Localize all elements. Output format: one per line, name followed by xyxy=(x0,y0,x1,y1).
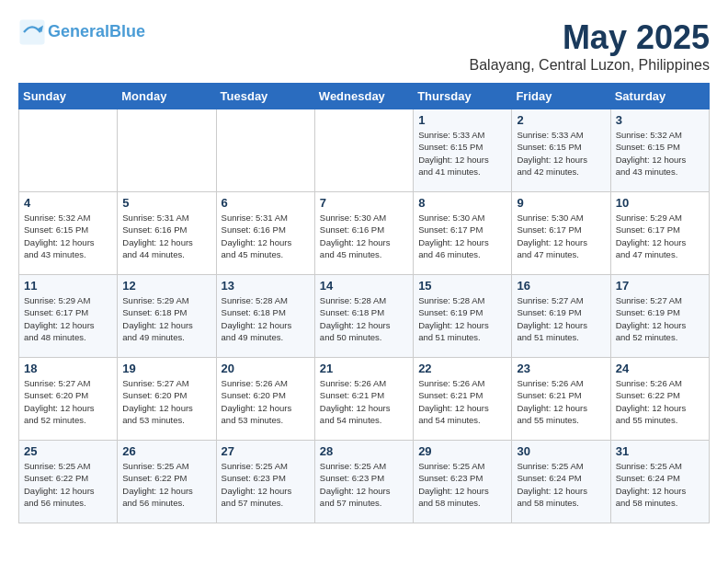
calendar-cell: 15Sunrise: 5:28 AM Sunset: 6:19 PM Dayli… xyxy=(414,275,512,358)
cell-info: Sunrise: 5:27 AM Sunset: 6:20 PM Dayligh… xyxy=(122,377,210,426)
calendar-cell: 12Sunrise: 5:29 AM Sunset: 6:18 PM Dayli… xyxy=(118,275,216,358)
cell-info: Sunrise: 5:25 AM Sunset: 6:23 PM Dayligh… xyxy=(222,460,310,509)
weekday-header: Sunday xyxy=(19,84,118,109)
weekday-header: Thursday xyxy=(414,84,512,109)
cell-info: Sunrise: 5:26 AM Sunset: 6:20 PM Dayligh… xyxy=(222,377,310,426)
calendar-cell xyxy=(314,109,413,192)
day-number: 8 xyxy=(418,196,506,210)
day-number: 27 xyxy=(222,444,310,458)
header: GeneralBlue May 2025 Balayang, Central L… xyxy=(18,18,710,74)
cell-info: Sunrise: 5:29 AM Sunset: 6:17 PM Dayligh… xyxy=(24,294,112,343)
calendar-cell: 5Sunrise: 5:31 AM Sunset: 6:16 PM Daylig… xyxy=(118,192,216,275)
cell-info: Sunrise: 5:29 AM Sunset: 6:17 PM Dayligh… xyxy=(616,212,704,260)
cell-info: Sunrise: 5:30 AM Sunset: 6:17 PM Dayligh… xyxy=(418,212,506,260)
cell-info: Sunrise: 5:25 AM Sunset: 6:23 PM Dayligh… xyxy=(418,460,506,509)
header-row: SundayMondayTuesdayWednesdayThursdayFrid… xyxy=(19,84,710,109)
cell-info: Sunrise: 5:27 AM Sunset: 6:20 PM Dayligh… xyxy=(24,377,112,426)
location-title: Balayang, Central Luzon, Philippines xyxy=(470,57,711,74)
calendar-cell: 11Sunrise: 5:29 AM Sunset: 6:17 PM Dayli… xyxy=(19,275,118,358)
calendar-cell: 19Sunrise: 5:27 AM Sunset: 6:20 PM Dayli… xyxy=(118,358,216,441)
calendar-cell: 4Sunrise: 5:32 AM Sunset: 6:15 PM Daylig… xyxy=(19,192,118,275)
calendar-cell: 17Sunrise: 5:27 AM Sunset: 6:19 PM Dayli… xyxy=(610,275,709,358)
calendar-cell: 3Sunrise: 5:32 AM Sunset: 6:15 PM Daylig… xyxy=(610,109,709,192)
calendar-cell: 28Sunrise: 5:25 AM Sunset: 6:23 PM Dayli… xyxy=(314,441,413,523)
cell-info: Sunrise: 5:32 AM Sunset: 6:15 PM Dayligh… xyxy=(616,129,704,178)
day-number: 9 xyxy=(517,196,605,210)
calendar-week-row: 1Sunrise: 5:33 AM Sunset: 6:15 PM Daylig… xyxy=(19,109,710,192)
cell-info: Sunrise: 5:26 AM Sunset: 6:22 PM Dayligh… xyxy=(616,377,704,426)
cell-info: Sunrise: 5:25 AM Sunset: 6:22 PM Dayligh… xyxy=(24,460,112,509)
day-number: 26 xyxy=(122,444,210,458)
calendar-cell: 21Sunrise: 5:26 AM Sunset: 6:21 PM Dayli… xyxy=(314,358,413,441)
weekday-header: Friday xyxy=(512,84,610,109)
title-area: May 2025 Balayang, Central Luzon, Philip… xyxy=(470,18,711,74)
day-number: 24 xyxy=(616,362,704,375)
logo-line1: General xyxy=(48,22,109,40)
weekday-header: Saturday xyxy=(610,84,709,109)
calendar-week-row: 4Sunrise: 5:32 AM Sunset: 6:15 PM Daylig… xyxy=(19,192,710,275)
calendar-table: SundayMondayTuesdayWednesdayThursdayFrid… xyxy=(18,83,710,523)
day-number: 14 xyxy=(320,279,408,293)
cell-info: Sunrise: 5:26 AM Sunset: 6:21 PM Dayligh… xyxy=(320,377,408,426)
calendar-cell: 13Sunrise: 5:28 AM Sunset: 6:18 PM Dayli… xyxy=(216,275,314,358)
day-number: 11 xyxy=(24,279,112,293)
weekday-header: Tuesday xyxy=(216,84,314,109)
calendar-week-row: 11Sunrise: 5:29 AM Sunset: 6:17 PM Dayli… xyxy=(19,275,710,358)
day-number: 25 xyxy=(24,444,112,458)
cell-info: Sunrise: 5:28 AM Sunset: 6:18 PM Dayligh… xyxy=(320,294,408,343)
calendar-cell xyxy=(216,109,314,192)
day-number: 31 xyxy=(616,444,704,458)
cell-info: Sunrise: 5:27 AM Sunset: 6:19 PM Dayligh… xyxy=(616,294,704,343)
calendar-cell: 26Sunrise: 5:25 AM Sunset: 6:22 PM Dayli… xyxy=(118,441,216,523)
cell-info: Sunrise: 5:33 AM Sunset: 6:15 PM Dayligh… xyxy=(418,129,506,178)
calendar-cell: 31Sunrise: 5:25 AM Sunset: 6:24 PM Dayli… xyxy=(610,441,709,523)
day-number: 30 xyxy=(517,444,605,458)
day-number: 29 xyxy=(418,444,506,458)
calendar-cell: 25Sunrise: 5:25 AM Sunset: 6:22 PM Dayli… xyxy=(19,441,118,523)
day-number: 3 xyxy=(616,113,704,127)
cell-info: Sunrise: 5:29 AM Sunset: 6:18 PM Dayligh… xyxy=(122,294,210,343)
cell-info: Sunrise: 5:33 AM Sunset: 6:15 PM Dayligh… xyxy=(517,129,605,178)
calendar-cell: 9Sunrise: 5:30 AM Sunset: 6:17 PM Daylig… xyxy=(512,192,610,275)
weekday-header: Wednesday xyxy=(314,84,413,109)
calendar-cell: 10Sunrise: 5:29 AM Sunset: 6:17 PM Dayli… xyxy=(610,192,709,275)
cell-info: Sunrise: 5:30 AM Sunset: 6:16 PM Dayligh… xyxy=(320,212,408,260)
calendar-cell: 23Sunrise: 5:26 AM Sunset: 6:21 PM Dayli… xyxy=(512,358,610,441)
calendar-cell: 18Sunrise: 5:27 AM Sunset: 6:20 PM Dayli… xyxy=(19,358,118,441)
day-number: 1 xyxy=(418,113,506,127)
logo-line2: Blue xyxy=(109,22,145,40)
calendar-cell: 14Sunrise: 5:28 AM Sunset: 6:18 PM Dayli… xyxy=(314,275,413,358)
calendar-week-row: 18Sunrise: 5:27 AM Sunset: 6:20 PM Dayli… xyxy=(19,358,710,441)
day-number: 23 xyxy=(517,362,605,375)
day-number: 28 xyxy=(320,444,408,458)
day-number: 4 xyxy=(24,196,112,210)
day-number: 13 xyxy=(222,279,310,293)
day-number: 19 xyxy=(122,362,210,375)
calendar-week-row: 25Sunrise: 5:25 AM Sunset: 6:22 PM Dayli… xyxy=(19,441,710,523)
calendar-cell: 16Sunrise: 5:27 AM Sunset: 6:19 PM Dayli… xyxy=(512,275,610,358)
calendar-cell xyxy=(19,109,118,192)
logo: GeneralBlue xyxy=(18,18,145,46)
calendar-cell: 24Sunrise: 5:26 AM Sunset: 6:22 PM Dayli… xyxy=(610,358,709,441)
calendar-cell: 30Sunrise: 5:25 AM Sunset: 6:24 PM Dayli… xyxy=(512,441,610,523)
calendar-cell: 7Sunrise: 5:30 AM Sunset: 6:16 PM Daylig… xyxy=(314,192,413,275)
day-number: 21 xyxy=(320,362,408,375)
month-title: May 2025 xyxy=(470,18,711,57)
calendar-cell: 1Sunrise: 5:33 AM Sunset: 6:15 PM Daylig… xyxy=(414,109,512,192)
calendar-cell xyxy=(118,109,216,192)
calendar-cell: 6Sunrise: 5:31 AM Sunset: 6:16 PM Daylig… xyxy=(216,192,314,275)
cell-info: Sunrise: 5:26 AM Sunset: 6:21 PM Dayligh… xyxy=(517,377,605,426)
cell-info: Sunrise: 5:27 AM Sunset: 6:19 PM Dayligh… xyxy=(517,294,605,343)
day-number: 18 xyxy=(24,362,112,375)
weekday-header: Monday xyxy=(118,84,216,109)
calendar-cell: 29Sunrise: 5:25 AM Sunset: 6:23 PM Dayli… xyxy=(414,441,512,523)
day-number: 22 xyxy=(418,362,506,375)
day-number: 2 xyxy=(517,113,605,127)
cell-info: Sunrise: 5:28 AM Sunset: 6:18 PM Dayligh… xyxy=(222,294,310,343)
calendar-cell: 8Sunrise: 5:30 AM Sunset: 6:17 PM Daylig… xyxy=(414,192,512,275)
calendar-cell: 20Sunrise: 5:26 AM Sunset: 6:20 PM Dayli… xyxy=(216,358,314,441)
day-number: 7 xyxy=(320,196,408,210)
cell-info: Sunrise: 5:25 AM Sunset: 6:24 PM Dayligh… xyxy=(616,460,704,509)
cell-info: Sunrise: 5:30 AM Sunset: 6:17 PM Dayligh… xyxy=(517,212,605,260)
day-number: 16 xyxy=(517,279,605,293)
